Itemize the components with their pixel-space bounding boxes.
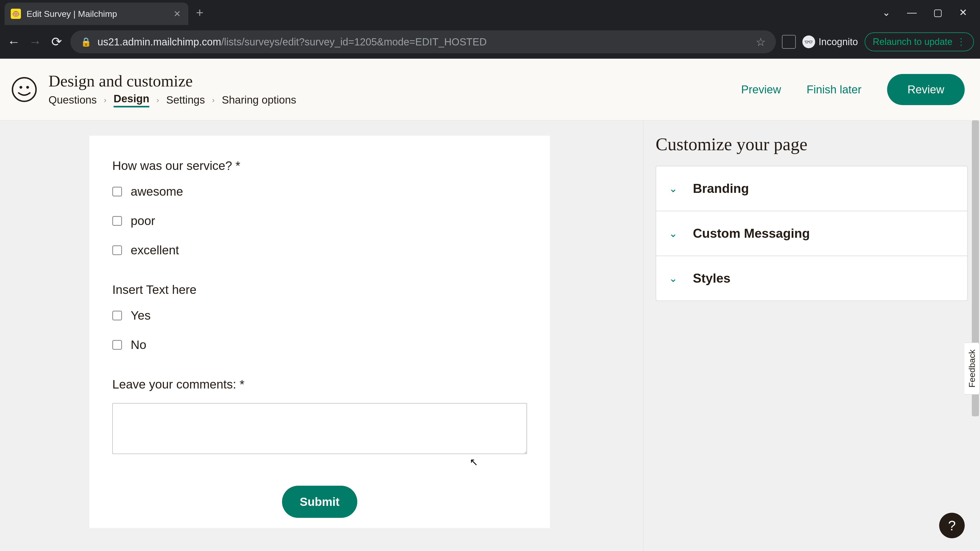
chevron-down-icon: ⌄ bbox=[669, 183, 678, 194]
checkbox-icon[interactable] bbox=[112, 311, 122, 321]
option-label: poor bbox=[130, 214, 155, 228]
url-text: us21.admin.mailchimp.com/lists/surveys/e… bbox=[97, 36, 749, 48]
address-bar: ← → ⟳ 🔒 us21.admin.mailchimp.com/lists/s… bbox=[0, 25, 980, 59]
option-row[interactable]: poor bbox=[112, 214, 527, 228]
incognito-badge[interactable]: 👓 Incognito bbox=[802, 35, 858, 48]
page-title: Design and customize bbox=[48, 72, 741, 91]
tab-list-icon[interactable]: ⌄ bbox=[882, 7, 891, 18]
breadcrumb-questions[interactable]: Questions bbox=[48, 94, 97, 106]
submit-button[interactable]: Submit bbox=[282, 486, 358, 518]
incognito-icon: 👓 bbox=[802, 35, 815, 48]
chevron-right-icon: › bbox=[156, 96, 159, 104]
comments-textarea[interactable] bbox=[112, 403, 527, 454]
breadcrumb-sharing[interactable]: Sharing options bbox=[222, 94, 296, 106]
window-controls: ⌄ — ▢ ✕ bbox=[882, 7, 980, 18]
preview-link[interactable]: Preview bbox=[741, 83, 781, 96]
accordion-item-branding[interactable]: ⌄ Branding bbox=[656, 166, 967, 211]
bookmark-star-icon[interactable]: ☆ bbox=[756, 35, 765, 48]
back-button[interactable]: ← bbox=[6, 35, 21, 49]
breadcrumbs: Questions › Design › Settings › Sharing … bbox=[48, 93, 741, 107]
relaunch-button[interactable]: Relaunch to update ⋮ bbox=[865, 32, 974, 51]
question-block-2[interactable]: Insert Text here Yes No bbox=[112, 283, 527, 352]
question-block-1[interactable]: How was our service? * awesome poor exce… bbox=[112, 159, 527, 257]
accordion: ⌄ Branding ⌄ Custom Messaging ⌄ Styles bbox=[655, 166, 968, 301]
url-bar[interactable]: 🔒 us21.admin.mailchimp.com/lists/surveys… bbox=[70, 30, 776, 53]
forward-button[interactable]: → bbox=[27, 35, 43, 49]
help-button[interactable]: ? bbox=[939, 513, 965, 538]
option-row[interactable]: Yes bbox=[112, 308, 527, 322]
option-label: Yes bbox=[130, 308, 151, 322]
mailchimp-favicon: 🐵 bbox=[11, 9, 21, 19]
chevron-right-icon: › bbox=[212, 96, 215, 104]
app-header: Design and customize Questions › Design … bbox=[0, 59, 980, 121]
checkbox-icon[interactable] bbox=[112, 340, 122, 350]
chevron-down-icon: ⌄ bbox=[669, 272, 678, 284]
survey-preview: How was our service? * awesome poor exce… bbox=[0, 121, 643, 551]
option-label: awesome bbox=[130, 184, 183, 198]
chevron-down-icon: ⌄ bbox=[669, 227, 678, 239]
option-label: excellent bbox=[130, 243, 179, 257]
customize-sidebar: Customize your page ⌄ Branding ⌄ Custom … bbox=[643, 121, 980, 551]
svg-point-2 bbox=[26, 86, 29, 89]
maximize-icon[interactable]: ▢ bbox=[933, 7, 942, 18]
question-label: How was our service? * bbox=[112, 159, 527, 173]
checkbox-icon[interactable] bbox=[112, 216, 122, 226]
question-label: Insert Text here bbox=[112, 283, 527, 297]
finish-later-link[interactable]: Finish later bbox=[807, 83, 862, 96]
breadcrumb-settings[interactable]: Settings bbox=[166, 94, 205, 106]
option-row[interactable]: awesome bbox=[112, 184, 527, 198]
checkbox-icon[interactable] bbox=[112, 245, 122, 255]
breadcrumb-design[interactable]: Design bbox=[114, 93, 149, 107]
close-window-icon[interactable]: ✕ bbox=[959, 7, 967, 18]
accordion-label: Branding bbox=[693, 181, 749, 196]
accordion-item-messaging[interactable]: ⌄ Custom Messaging bbox=[656, 211, 967, 256]
accordion-label: Styles bbox=[693, 271, 730, 286]
accordion-item-styles[interactable]: ⌄ Styles bbox=[656, 256, 967, 300]
svg-point-0 bbox=[13, 78, 36, 101]
option-row[interactable]: No bbox=[112, 338, 527, 352]
minimize-icon[interactable]: — bbox=[907, 7, 917, 18]
tab-title: Edit Survey | Mailchimp bbox=[27, 9, 168, 19]
extension-icon[interactable] bbox=[782, 35, 796, 49]
new-tab-button[interactable]: + bbox=[196, 5, 204, 20]
question-label: Leave your comments: * bbox=[112, 377, 527, 391]
relaunch-menu-icon[interactable]: ⋮ bbox=[956, 37, 966, 47]
scrollbar-track[interactable] bbox=[971, 121, 980, 551]
feedback-tab[interactable]: Feedback bbox=[964, 342, 980, 395]
reload-button[interactable]: ⟳ bbox=[49, 35, 64, 49]
review-button[interactable]: Review bbox=[887, 74, 965, 105]
lock-icon: 🔒 bbox=[81, 37, 91, 47]
browser-tab-bar: 🐵 Edit Survey | Mailchimp ✕ + ⌄ — ▢ ✕ bbox=[0, 0, 980, 25]
option-row[interactable]: excellent bbox=[112, 243, 527, 257]
browser-tab[interactable]: 🐵 Edit Survey | Mailchimp ✕ bbox=[5, 3, 188, 25]
chevron-right-icon: › bbox=[104, 96, 107, 104]
close-tab-icon[interactable]: ✕ bbox=[173, 9, 181, 19]
checkbox-icon[interactable] bbox=[112, 187, 122, 197]
option-label: No bbox=[130, 338, 146, 352]
accordion-label: Custom Messaging bbox=[693, 226, 810, 241]
sidebar-title: Customize your page bbox=[655, 134, 968, 155]
mailchimp-logo[interactable] bbox=[10, 76, 38, 103]
question-block-3[interactable]: Leave your comments: * bbox=[112, 377, 527, 455]
svg-point-1 bbox=[19, 86, 22, 89]
